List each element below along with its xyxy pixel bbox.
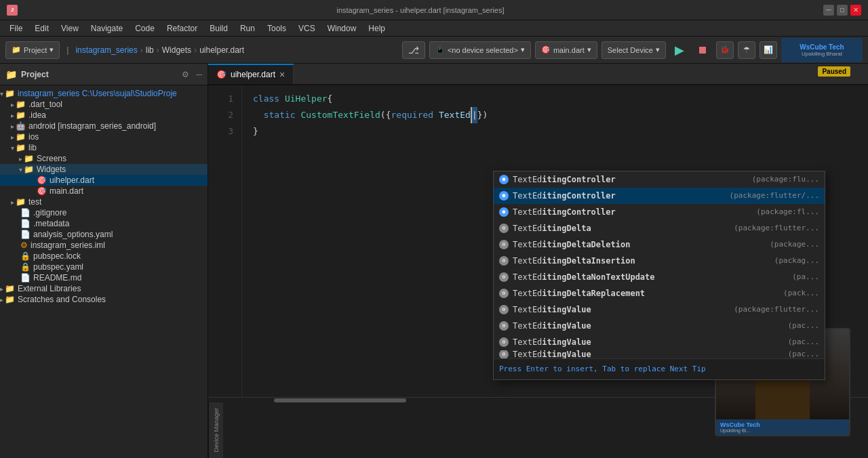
maximize-button[interactable]: □ [837, 5, 848, 16]
tree-label-analysis: analysis_options.yaml [33, 230, 113, 239]
debug-button[interactable]: 🐞 [716, 41, 734, 59]
tab-uihelper[interactable]: 🎯 uihelper.dart × [208, 64, 294, 84]
menu-vcs[interactable]: VCS [293, 22, 321, 35]
tab-close-button[interactable]: × [279, 69, 285, 80]
tree-gitignore[interactable]: 📄 .gitignore [0, 207, 208, 218]
tree-android[interactable]: ▸ 🤖 android [instagram_series_android] [0, 121, 208, 131]
tree-root[interactable]: ▾ 📁 instagram_series C:\Users\sujal\Stud… [0, 88, 208, 99]
tree-readme[interactable]: 📄 README.md [0, 272, 208, 283]
breadcrumb-lib[interactable]: lib [146, 45, 154, 55]
git-icon-btn[interactable]: ⎇ [402, 41, 425, 59]
menu-bar: File Edit View Navigate Code Refactor Bu… [0, 20, 868, 37]
scratch-folder-icon: 📁 [5, 295, 15, 304]
dart-file-icon: 🎯 [541, 45, 551, 54]
select-device-button[interactable]: Select Device ▾ [601, 41, 666, 59]
tree-uihelper[interactable]: 🎯 uihelper.dart [0, 175, 208, 186]
close-button[interactable]: ✕ [850, 5, 861, 16]
project-folder-icon: 📁 [5, 69, 17, 80]
ac-item-5[interactable]: ⚙ TextEditingDeltaDeletion (package... [494, 236, 825, 253]
run-config-selector[interactable]: 🎯 main.dart ▾ [535, 41, 597, 59]
menu-view[interactable]: View [56, 22, 84, 35]
coverage-button[interactable]: ☂ [738, 41, 755, 59]
ac-item-9[interactable]: ⚙ TextEditingValue (package:flutter... [494, 301, 825, 318]
ac-icon-5: ⚙ [499, 240, 509, 249]
ac-item-1[interactable]: ● TextEditingController (package:flu... [494, 171, 825, 188]
menu-refactor[interactable]: Refactor [161, 22, 203, 35]
breadcrumb-sep1: › [140, 45, 143, 55]
cursor: | [471, 107, 477, 123]
param-texted: TextEd [439, 107, 471, 123]
class-name: UiHelper [285, 91, 328, 107]
tree-dart-tool[interactable]: ▸ 📁 .dart_tool [0, 99, 208, 110]
minimize-button[interactable]: ─ [823, 5, 834, 16]
tree-label-idea: .idea [28, 110, 46, 120]
menu-edit[interactable]: Edit [29, 22, 54, 35]
tree-label-scratches: Scratches and Consoles [18, 295, 106, 304]
menu-tools[interactable]: Tools [262, 22, 292, 35]
breadcrumb-widgets[interactable]: Widgets [162, 45, 191, 55]
file-tree: ▾ 📁 instagram_series C:\Users\sujal\Stud… [0, 85, 208, 458]
ac-source-9: (package:flutter... [734, 301, 819, 318]
ac-item-7[interactable]: ⚙ TextEditingDeltaNonTextUpdate (pa... [494, 269, 825, 285]
breadcrumb-file[interactable]: uihelper.dart [199, 45, 244, 55]
menu-help[interactable]: Help [363, 22, 391, 35]
code-editor[interactable]: class UiHelper { static CustomTextField … [242, 85, 868, 397]
ac-name-2: TextEditingController [513, 188, 726, 204]
tree-external-libs[interactable]: ▸ 📁 External Libraries [0, 283, 208, 294]
tree-widgets[interactable]: ▾ 📁 Widgets [0, 164, 208, 175]
scrollbar-thumb[interactable] [274, 398, 406, 402]
tree-lib[interactable]: ▾ 📁 lib [0, 142, 208, 153]
menu-navigate[interactable]: Navigate [85, 22, 128, 35]
sidebar: 📁 Project ⚙ ─ ▾ 📁 instagram_series C:\Us… [0, 64, 208, 458]
menu-code[interactable]: Code [130, 22, 160, 35]
chevron-right-icon: ▸ [0, 296, 3, 304]
ext-folder-icon: 📁 [5, 284, 15, 293]
tree-idea[interactable]: ▸ 📁 .idea [0, 110, 208, 121]
collapse-icon[interactable]: ─ [196, 70, 202, 79]
stop-button[interactable]: ⏹ [693, 41, 712, 60]
ac-item-3[interactable]: ● TextEditingController (package:fl... [494, 204, 825, 220]
ac-item-11[interactable]: ⚙ TextEditingValue (pac... [494, 334, 825, 350]
menu-window[interactable]: Window [322, 22, 362, 35]
gear-settings-icon[interactable]: ⚙ [182, 70, 189, 79]
menu-file[interactable]: File [4, 22, 28, 35]
toolbar: 📁 Project ▾ | instagram_series › lib › W… [0, 37, 868, 64]
ac-item-12[interactable]: ⚙ TextEditingValue (pac... [494, 350, 825, 358]
tree-main-dart[interactable]: 🎯 main.dart [0, 186, 208, 196]
ac-item-8[interactable]: ⚙ TextEditingDeltaReplacement (pack... [494, 285, 825, 301]
tree-pubspec-lock[interactable]: 🔒 pubspec.lock [0, 251, 208, 262]
tree-iml[interactable]: ⚙ instagram_series.iml [0, 240, 208, 251]
device-manager-indicator[interactable]: Device Manager [212, 405, 221, 455]
tree-metadata[interactable]: 📄 .metadata [0, 218, 208, 229]
ac-next-tip[interactable]: Next Tip [670, 365, 706, 373]
ac-name-3: TextEditingController [513, 204, 752, 220]
ac-footer-text: Press Enter to insert, Tab to replace [499, 365, 670, 373]
device-selector[interactable]: 📱 <no device selected> ▾ [429, 41, 531, 59]
ac-item-6[interactable]: ⚙ TextEditingDeltaInsertion (packag... [494, 253, 825, 269]
breadcrumb-root[interactable]: instagram_series [75, 45, 137, 55]
tree-test[interactable]: ▸ 📁 test [0, 196, 208, 207]
ac-item-4[interactable]: ⚙ TextEditingDelta (package:flutter... [494, 220, 825, 236]
ac-item-2[interactable]: ● TextEditingController (package:flutter… [494, 188, 825, 204]
ac-source-2: (package:flutter/... [730, 188, 819, 204]
menu-build[interactable]: Build [204, 22, 233, 35]
tree-screens[interactable]: ▸ 📁 Screens [0, 153, 208, 164]
autocomplete-popup[interactable]: ● TextEditingController (package:flu... … [493, 171, 825, 380]
tree-ios[interactable]: ▸ 📁 ios [0, 131, 208, 142]
tree-pubspec-yaml[interactable]: 🔒 pubspec.yaml [0, 262, 208, 272]
ac-icon-6: ⚙ [499, 256, 509, 266]
ac-source-3: (package:fl... [756, 204, 819, 220]
folder-icon: 📁 [16, 100, 26, 109]
tree-analysis[interactable]: 📄 analysis_options.yaml [0, 229, 208, 240]
tree-scratches[interactable]: ▸ 📁 Scratches and Consoles [0, 294, 208, 305]
tree-label-android: android [instagram_series_android] [28, 121, 156, 131]
run-button[interactable]: ▶ [670, 41, 689, 60]
profiler-button[interactable]: 📊 [760, 41, 777, 59]
tree-label-lib: lib [28, 143, 37, 152]
ac-source-4: (package:flutter... [734, 220, 819, 236]
tree-label-main-dart: main.dart [50, 186, 83, 196]
ac-item-10[interactable]: ⚙ TextEditingValue (pac... [494, 318, 825, 334]
brace-open2: { [386, 107, 391, 123]
project-dropdown[interactable]: 📁 Project ▾ [5, 41, 60, 59]
menu-run[interactable]: Run [235, 22, 260, 35]
